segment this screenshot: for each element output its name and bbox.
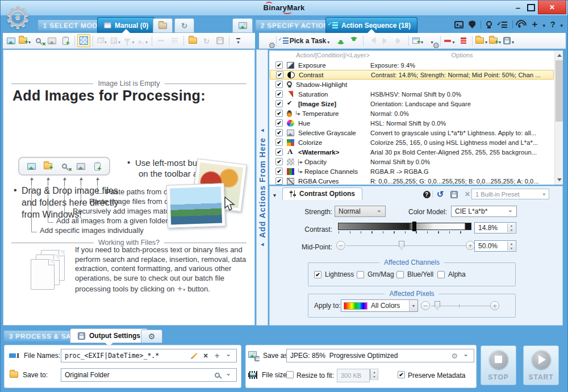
tab-manual[interactable]: Manual (0) xyxy=(97,17,155,33)
scroll-thumb[interactable] xyxy=(556,60,563,122)
action-row-rgba-curves[interactable]: RGBA CurvesR: 0,0...255,255; G: 0,0...25… xyxy=(270,176,554,185)
tolerance-slider-handle[interactable] xyxy=(435,301,440,310)
import-sequence-button[interactable] xyxy=(488,34,502,47)
plus-circle-icon[interactable]: + xyxy=(490,301,499,310)
spinner-arrows-icon[interactable] xyxy=(370,370,378,379)
action-row-shadow-highlight[interactable]: Shadow-Highlight xyxy=(270,80,554,89)
chevron-down-icon[interactable] xyxy=(409,300,417,311)
scroll-down-icon[interactable] xyxy=(555,176,563,184)
size-spinner[interactable] xyxy=(370,369,378,380)
action-checkbox[interactable] xyxy=(276,71,283,78)
apply-to-dropdown[interactable]: All Colors xyxy=(341,299,418,312)
action-sequence-list[interactable]: Action/[Condition]/<Layer> Options Expos… xyxy=(269,51,563,185)
midpoint-value-spinner[interactable]: 50.0% xyxy=(474,240,516,252)
chevron-down-icon[interactable] xyxy=(461,351,470,360)
chevron-down-icon[interactable] xyxy=(560,19,563,30)
add-folder-button[interactable] xyxy=(18,34,31,47)
start-button[interactable]: START xyxy=(523,345,559,385)
chevron-down-icon[interactable] xyxy=(224,370,233,380)
contrast-value-spinner[interactable]: 14.8% xyxy=(474,222,516,233)
open-list-button[interactable] xyxy=(186,34,199,47)
pick-task-button[interactable]: Pick a Task xyxy=(279,34,333,47)
channel-alpha[interactable]: Alpha xyxy=(437,270,466,278)
toolbar-overflow-button[interactable] xyxy=(232,34,245,47)
action-checkbox[interactable] xyxy=(275,129,283,136)
checkbox-icon[interactable] xyxy=(396,271,404,278)
action-checkbox[interactable] xyxy=(275,110,283,117)
save-list-button[interactable] xyxy=(214,34,227,47)
preview-3d-button[interactable] xyxy=(109,34,122,47)
checklist-icon[interactable] xyxy=(502,22,507,28)
browse-search-icon[interactable] xyxy=(212,370,222,380)
reset-icon[interactable] xyxy=(436,190,445,198)
checkbox-checked-icon[interactable] xyxy=(314,271,321,278)
action-row-image-size[interactable]: [Image Size]Orientation: Landscape and S… xyxy=(270,99,554,109)
collapse-panel-button[interactable] xyxy=(273,191,276,199)
action-row-watermark[interactable]: <Watermark>Arial 30 px Bold Center-Align… xyxy=(270,147,554,157)
midpoint-slider-handle[interactable] xyxy=(399,241,404,250)
maximize-button[interactable] xyxy=(525,1,537,14)
minus-circle-icon[interactable]: − xyxy=(336,241,345,250)
image-stack-button[interactable] xyxy=(95,34,108,47)
add-images-button[interactable] xyxy=(5,34,18,47)
save-preset-icon[interactable] xyxy=(449,190,458,198)
remove-button[interactable] xyxy=(154,34,168,47)
close-button[interactable] xyxy=(538,1,566,14)
add-action-button[interactable] xyxy=(261,34,274,47)
action-row-colorize[interactable]: ColorizeColorize 255, 165, 0 using HSL L… xyxy=(270,137,554,147)
scroll-up-icon[interactable] xyxy=(555,51,563,60)
help-icon[interactable] xyxy=(422,190,431,198)
tab-scheduler[interactable] xyxy=(174,18,194,33)
help-button[interactable] xyxy=(550,20,556,29)
save-sequence-button[interactable] xyxy=(502,34,515,47)
refresh-button[interactable] xyxy=(200,34,213,47)
tab-advanced-settings[interactable] xyxy=(141,330,162,343)
action-checkbox[interactable] xyxy=(275,139,283,146)
action-checkbox[interactable] xyxy=(275,81,283,88)
undo-button[interactable] xyxy=(366,34,379,47)
resize-size-input[interactable]: 300 KB xyxy=(337,369,370,382)
action-row-saturation[interactable]: SaturationHSB/HSV: Normal Shift by 0.0% xyxy=(270,89,554,99)
action-row-replace-channels[interactable]: └▸Replace ChannelsRGBA.R -> RGBA.G xyxy=(270,166,554,176)
plus-circle-icon[interactable]: + xyxy=(466,241,475,250)
add-token-icon[interactable] xyxy=(212,351,222,360)
tab-action-sequence[interactable]: Action Sequence (18) xyxy=(325,17,417,33)
add-tools-button[interactable] xyxy=(532,20,537,28)
channel-lightness[interactable]: Lightness xyxy=(314,270,354,278)
checkbox-icon[interactable] xyxy=(357,271,364,278)
action-row-temperature[interactable]: └▸TemperatureNormal: 0.0% xyxy=(270,109,554,118)
filter-button[interactable] xyxy=(123,34,136,47)
strength-dropdown[interactable]: Normal xyxy=(335,206,386,217)
spinner-arrows-icon[interactable] xyxy=(507,241,515,251)
channel-blue-yell[interactable]: Blue/Yell xyxy=(396,270,433,278)
contrast-slider-handle[interactable] xyxy=(412,222,416,231)
close-panel-icon[interactable] xyxy=(463,190,472,198)
console-icon[interactable] xyxy=(454,21,463,28)
redo-button[interactable] xyxy=(379,34,392,47)
move-down-button[interactable] xyxy=(348,34,361,47)
tab-folder-watch[interactable] xyxy=(153,18,173,33)
minus-circle-icon[interactable]: − xyxy=(421,301,430,310)
list-view-button[interactable] xyxy=(168,34,181,47)
resize-checkbox[interactable] xyxy=(286,371,294,378)
action-checkbox[interactable] xyxy=(275,177,283,185)
action-checkbox[interactable] xyxy=(275,90,283,98)
move-up-button[interactable] xyxy=(334,34,347,47)
action-row-exposure[interactable]: ExposureExposure: 9.4% xyxy=(270,60,554,70)
show-image-panel-button[interactable] xyxy=(232,18,253,33)
action-checkbox[interactable] xyxy=(275,148,283,156)
paste-images-button[interactable] xyxy=(45,34,59,47)
connection-icon[interactable] xyxy=(518,21,527,28)
action-row-opacity[interactable]: ├▸OpacityNormal Shift by 0.0% xyxy=(270,157,554,166)
channel-grn-mag[interactable]: Grn/Mag xyxy=(357,270,394,278)
action-checkbox[interactable] xyxy=(275,61,283,69)
chevron-down-icon[interactable] xyxy=(542,19,545,30)
list-scrollbar[interactable] xyxy=(554,51,563,185)
thumbnail-view-button[interactable] xyxy=(77,34,90,47)
action-checkbox[interactable] xyxy=(275,100,283,107)
add-condition-button[interactable] xyxy=(411,34,424,47)
format-settings-icon[interactable] xyxy=(450,351,459,360)
shield-icon[interactable] xyxy=(469,20,475,28)
action-checkbox[interactable] xyxy=(275,119,283,127)
lightbulb-icon[interactable] xyxy=(486,21,492,27)
